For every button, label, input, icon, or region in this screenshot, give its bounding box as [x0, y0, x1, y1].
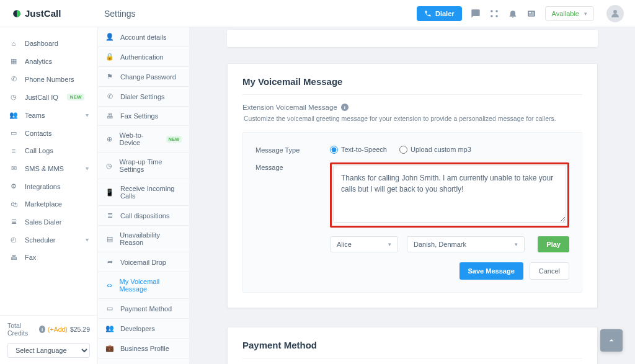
- sidebar-item-teams[interactable]: 👥Teams▾: [0, 106, 97, 124]
- chevron-down-icon: ▾: [515, 241, 518, 247]
- settings-item-unavailability-reason[interactable]: ▤Unavailability Reason: [98, 226, 189, 252]
- payment-card: Payment Method: [227, 327, 598, 364]
- settings-item-web-to-device[interactable]: ⊕Web-to-DeviceNEW: [98, 126, 189, 153]
- nav-icon: ⚙: [9, 182, 19, 190]
- sidebar-item-scheduler[interactable]: ◴Scheduler▾: [0, 231, 97, 249]
- chevron-down-icon: ▾: [86, 236, 89, 243]
- settings-item-fax-settings[interactable]: 🖶Fax Settings: [98, 107, 189, 126]
- settings-item-label: Authentication: [120, 53, 164, 61]
- settings-item-my-voicemail-message[interactable]: ⇔My Voicemail Message: [98, 272, 189, 299]
- info-icon[interactable]: i: [341, 104, 349, 111]
- svg-point-0: [491, 10, 493, 12]
- svg-point-3: [495, 15, 498, 17]
- sidebar-item-fax[interactable]: 🖷Fax: [0, 249, 97, 266]
- globe-icon: ⊕: [105, 135, 113, 143]
- sidebar-item-analytics[interactable]: ▦Analytics: [0, 52, 97, 70]
- avatar[interactable]: [606, 5, 624, 22]
- language-select[interactable]: Select Language: [7, 343, 90, 358]
- message-type-label: Message Type: [255, 145, 330, 154]
- settings-item-label: Account details: [120, 33, 167, 41]
- save-message-button[interactable]: Save Message: [460, 262, 523, 280]
- brand-name: JustCall: [25, 8, 61, 19]
- voice-select[interactable]: Alice ▾: [330, 236, 398, 252]
- printer-icon: 🖶: [105, 112, 114, 120]
- availability-select[interactable]: Available ▾: [545, 6, 594, 21]
- sidebar-item-contacts[interactable]: ▭Contacts: [0, 124, 97, 142]
- settings-item-authentication[interactable]: 🔒Authentication: [98, 47, 189, 67]
- play-button[interactable]: Play: [538, 236, 569, 252]
- sidebar-item-label: Sales Dialer: [25, 218, 61, 226]
- sidebar-item-integrations[interactable]: ⚙Integrations: [0, 177, 97, 195]
- primary-sidebar: ⌂Dashboard▦Analytics✆Phone Numbers◷JustC…: [0, 27, 98, 364]
- credits-label: Total Credits: [7, 322, 37, 337]
- message-textarea[interactable]: [333, 166, 566, 223]
- sidebar-item-call-logs[interactable]: ≡Call Logs: [0, 142, 97, 159]
- sidebar-item-phone-numbers[interactable]: ✆Phone Numbers: [0, 70, 97, 88]
- settings-item-account-details[interactable]: 👤Account details: [98, 27, 189, 47]
- add-credits-link[interactable]: (+Add): [48, 326, 68, 333]
- settings-item-label: Fax Settings: [120, 112, 158, 120]
- nav-icon: ◷: [9, 93, 19, 101]
- sidebar-item-label: Scheduler: [25, 236, 56, 244]
- settings-item-label: Dialer Settings: [120, 93, 165, 100]
- card-icon: ▭: [105, 304, 114, 313]
- info-icon[interactable]: i: [39, 326, 45, 333]
- settings-item-business-profile[interactable]: 💼Business Profile: [98, 339, 189, 358]
- content: My Voicemail Message Extension Voicemail…: [190, 27, 635, 364]
- sidebar-item-marketplace[interactable]: 🛍Marketplace: [0, 195, 97, 213]
- dialer-button[interactable]: Dialer: [417, 6, 462, 21]
- credits-row: Total Credits i (+Add) $25.29: [7, 322, 90, 337]
- chat-icon[interactable]: [471, 9, 481, 19]
- settings-item-label: Voicemail Drop: [120, 259, 166, 266]
- sidebar-item-label: SMS & MMS: [25, 165, 64, 172]
- nav-icon: ▭: [9, 129, 19, 137]
- new-badge: NEW: [166, 136, 182, 143]
- topbar-actions: Dialer Available ▾: [417, 5, 629, 22]
- sidebar-item-label: Analytics: [25, 58, 52, 65]
- credits-amount: $25.29: [70, 326, 90, 333]
- svg-rect-6: [531, 12, 533, 12]
- settings-item-dialer-settings[interactable]: ✆Dialer Settings: [98, 87, 189, 107]
- settings-item-developers[interactable]: 👥Developers: [98, 319, 189, 339]
- brand-logo[interactable]: JustCall: [6, 8, 104, 19]
- apps-icon[interactable]: [489, 9, 499, 19]
- back-to-top-button[interactable]: [600, 329, 623, 352]
- briefcase-icon: 💼: [105, 344, 114, 352]
- voicemail-help-text: Customize the voicemail greeting message…: [242, 115, 582, 122]
- sidebar-item-label: Teams: [25, 112, 45, 119]
- settings-item-voicemail-drop[interactable]: ➦Voicemail Drop: [98, 252, 189, 272]
- settings-item-wrap-up-time-settings[interactable]: ◷Wrap-up Time Settings: [98, 153, 189, 179]
- nav-icon: ▦: [9, 57, 19, 65]
- message-highlight-box: [330, 162, 569, 228]
- sidebar-item-sms-mms[interactable]: ✉SMS & MMS▾: [0, 159, 97, 177]
- sidebar-item-justcall-iq[interactable]: ◷JustCall IQNEW: [0, 88, 97, 106]
- flag-icon: ⚑: [105, 73, 114, 81]
- svg-rect-8: [529, 14, 534, 14]
- chevron-down-icon: ▾: [388, 241, 391, 247]
- settings-item-call-dispositions[interactable]: ≣Call dispositions: [98, 206, 189, 226]
- locale-select[interactable]: Danish, Denmark ▾: [407, 236, 525, 252]
- settings-item-payment-method[interactable]: ▭Payment Method: [98, 299, 189, 319]
- nav-icon: ◴: [9, 236, 19, 244]
- availability-label: Available: [552, 10, 579, 17]
- svg-rect-9: [529, 15, 534, 16]
- new-badge: NEW: [67, 94, 85, 100]
- radio-upload-mp3[interactable]: Upload custom mp3: [399, 145, 471, 154]
- sidebar-item-dashboard[interactable]: ⌂Dashboard: [0, 35, 97, 52]
- svg-rect-5: [529, 12, 531, 13]
- nav-icon: ⌂: [9, 40, 19, 47]
- payment-card-title: Payment Method: [242, 340, 582, 350]
- radio-text-to-speech[interactable]: Text-to-Speech: [330, 145, 387, 154]
- settings-item-receive-incoming-calls[interactable]: 📱Receive Incoming Calls: [98, 179, 189, 206]
- sidebar-footer: Total Credits i (+Add) $25.29 Select Lan…: [0, 315, 97, 364]
- sidebar-item-label: Marketplace: [25, 200, 62, 208]
- bell-icon[interactable]: [508, 9, 518, 19]
- sidebar-item-sales-dialer[interactable]: ≣Sales Dialer: [0, 213, 97, 231]
- voicemail-icon: ➦: [105, 258, 114, 266]
- cancel-button[interactable]: Cancel: [530, 262, 569, 280]
- chevron-down-icon: ▾: [86, 165, 89, 172]
- nav-icon: ≣: [9, 218, 19, 226]
- news-icon[interactable]: [526, 9, 536, 19]
- person-icon: 👤: [105, 33, 114, 41]
- settings-item-change-password[interactable]: ⚑Change Password: [98, 67, 189, 87]
